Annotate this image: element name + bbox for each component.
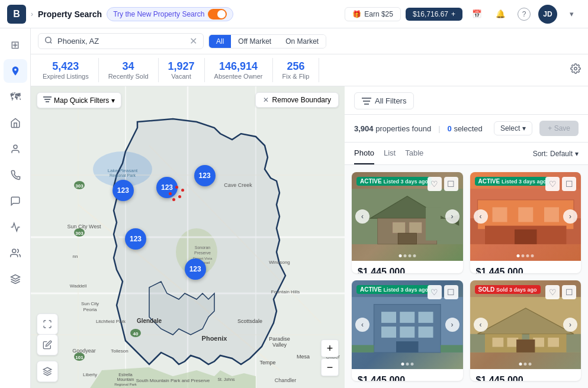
sidebar-item-team[interactable] xyxy=(4,241,27,265)
filter-tab-off-market[interactable]: Off Market xyxy=(231,35,278,48)
svg-text:St. Johns: St. Johns xyxy=(217,377,235,381)
status-label-1: ACTIVE xyxy=(360,178,382,185)
property-card-2[interactable]: ACTIVE Listed 3 days ago ‹ › ♡ ☐ xyxy=(470,172,581,273)
map-area[interactable]: Lake Pleasant Regional Park Sonoran Pres… xyxy=(31,86,345,388)
property-card-4[interactable]: SOLD Sold 3 days ago ‹ › ♡ ☐ xyxy=(470,280,581,381)
card-prev-btn-4[interactable]: ‹ xyxy=(474,318,488,332)
sidebar-item-grid[interactable]: ⊞ xyxy=(4,33,27,57)
sidebar-item-pin[interactable] xyxy=(4,59,27,83)
select-btn-4[interactable]: ☐ xyxy=(562,285,576,299)
fix-flip-label: Fix & Flip xyxy=(282,73,310,80)
card-next-btn-1[interactable]: › xyxy=(445,209,460,224)
card-prev-btn-3[interactable]: ‹ xyxy=(355,318,369,332)
sidebar-item-phone[interactable] xyxy=(4,163,27,187)
property-card-3[interactable]: ACTIVE Listed 3 days ago ‹ › ♡ ☐ xyxy=(352,280,463,381)
property-card-1[interactable]: ACTIVE Listed 3 days ago ‹ › ♡ ☐ xyxy=(352,172,463,273)
map-svg: Lake Pleasant Regional Park Sonoran Pres… xyxy=(31,86,345,388)
card-next-btn-2[interactable]: › xyxy=(563,209,577,224)
sidebar-item-layers[interactable] xyxy=(4,267,27,291)
favorite-btn-2[interactable]: ♡ xyxy=(545,177,560,191)
stat-absentee[interactable]: 146,914 Absentee Owner xyxy=(205,58,273,82)
fullscreen-button[interactable] xyxy=(37,313,58,335)
filter-tab-on-market[interactable]: On Market xyxy=(278,35,326,48)
svg-text:nn: nn xyxy=(73,254,78,259)
sidebar-item-chat[interactable] xyxy=(4,189,27,213)
top-navigation: B › Property Search Try the New Property… xyxy=(0,0,588,28)
zoom-in-button[interactable]: + xyxy=(321,340,339,357)
cluster-marker-4[interactable]: 123 xyxy=(185,258,206,280)
card-price-4: $1,445,000 xyxy=(476,375,576,381)
draw-tool-button[interactable] xyxy=(37,334,58,355)
new-feature-toggle[interactable] xyxy=(208,9,227,20)
filter-tab-all[interactable]: All xyxy=(209,35,231,48)
earn-button[interactable]: 🎁 Earn $25 xyxy=(345,7,401,21)
map-quick-filters-button[interactable]: Map Quick Filters ▾ xyxy=(37,92,121,108)
balance-button[interactable]: $16,716.67 + xyxy=(406,8,462,21)
svg-text:Liberty: Liberty xyxy=(83,372,97,377)
card-prev-btn-1[interactable]: ‹ xyxy=(355,209,369,224)
card-prev-btn-2[interactable]: ‹ xyxy=(474,209,488,224)
svg-text:303: 303 xyxy=(75,183,83,189)
cluster-marker-5[interactable]: 123 xyxy=(194,165,216,186)
map-layers-button[interactable] xyxy=(37,361,58,382)
sidebar-item-chart[interactable] xyxy=(4,215,27,239)
svg-text:Waddell: Waddell xyxy=(70,283,87,289)
all-filters-button[interactable]: All Filters xyxy=(354,92,414,109)
status-badge-1: ACTIVE Listed 3 days ago xyxy=(356,177,432,186)
stat-recently-sold[interactable]: 34 Recently Sold xyxy=(99,58,159,82)
clear-search-button[interactable]: ✕ xyxy=(189,37,197,46)
tab-list[interactable]: List xyxy=(384,143,396,164)
select-dropdown[interactable]: Select ▾ xyxy=(494,121,532,135)
card-actions-1: ♡ ☐ xyxy=(428,177,458,191)
svg-rect-73 xyxy=(426,207,441,240)
sidebar-item-house[interactable] xyxy=(4,111,27,135)
sort-control[interactable]: Sort: Default ▾ xyxy=(533,145,579,163)
new-feature-badge[interactable]: Try the New Property Search xyxy=(107,7,233,21)
save-button[interactable]: + Save xyxy=(539,121,579,136)
select-btn-2[interactable]: ☐ xyxy=(562,177,576,191)
cluster-marker-2[interactable]: 123 xyxy=(156,177,178,198)
help-button[interactable]: ? xyxy=(515,5,534,24)
tab-photo[interactable]: Photo xyxy=(354,143,374,164)
selected-number: 0 xyxy=(448,124,452,133)
sold-count: 34 xyxy=(123,60,134,73)
balance-amount: $16,716.67 xyxy=(413,10,448,18)
tab-table[interactable]: Table xyxy=(405,143,423,164)
select-btn-3[interactable]: ☐ xyxy=(444,285,458,299)
stat-fix-flip[interactable]: 256 Fix & Flip xyxy=(273,58,320,82)
sidebar-item-map[interactable]: 🗺 xyxy=(4,85,27,109)
favorite-btn-4[interactable]: ♡ xyxy=(545,285,560,299)
user-menu-button[interactable]: ▾ xyxy=(562,5,581,24)
svg-text:Tempe: Tempe xyxy=(259,360,275,366)
filter-tabs: All Off Market On Market xyxy=(208,34,326,48)
calendar-button[interactable]: 📅 xyxy=(467,5,486,24)
stats-row: 5,423 Expired Listings 34 Recently Sold … xyxy=(31,54,588,86)
select-btn-1[interactable]: ☐ xyxy=(444,177,458,191)
search-input[interactable] xyxy=(57,37,185,46)
sidebar-item-person[interactable] xyxy=(4,137,27,161)
stat-vacant[interactable]: 1,927 Vacant xyxy=(159,58,205,82)
absentee-label: Absentee Owner xyxy=(214,73,263,80)
card-body-4: $1,445,000 3106 Tabora Dr, Antioch CA, 9… xyxy=(470,369,581,381)
remove-boundary-button[interactable]: ✕ Remove Boundary xyxy=(255,92,339,108)
favorite-btn-1[interactable]: ♡ xyxy=(428,177,442,191)
svg-text:Goodyear: Goodyear xyxy=(72,348,96,354)
expired-count: 5,423 xyxy=(52,60,79,73)
svg-text:Cave Creek: Cave Creek xyxy=(224,182,252,188)
map-filters-chevron-icon: ▾ xyxy=(111,96,115,105)
favorite-btn-3[interactable]: ♡ xyxy=(428,285,442,299)
app-logo[interactable]: B xyxy=(7,5,26,24)
svg-rect-84 xyxy=(381,312,396,323)
user-avatar[interactable]: JD xyxy=(538,5,557,24)
card-next-btn-3[interactable]: › xyxy=(445,318,460,332)
zoom-out-button[interactable]: − xyxy=(321,358,339,376)
cluster-marker-1[interactable]: 123 xyxy=(113,180,134,201)
stats-settings-icon[interactable] xyxy=(570,63,581,77)
card-next-btn-4[interactable]: › xyxy=(563,318,577,332)
svg-text:Sonoran: Sonoran xyxy=(195,245,211,250)
notifications-button[interactable]: 🔔 xyxy=(491,5,510,24)
cluster-marker-3[interactable]: 123 xyxy=(125,228,146,250)
svg-line-4 xyxy=(50,42,52,44)
stat-expired[interactable]: 5,423 Expired Listings xyxy=(38,58,99,82)
search-input-wrapper[interactable]: ✕ xyxy=(38,33,204,49)
